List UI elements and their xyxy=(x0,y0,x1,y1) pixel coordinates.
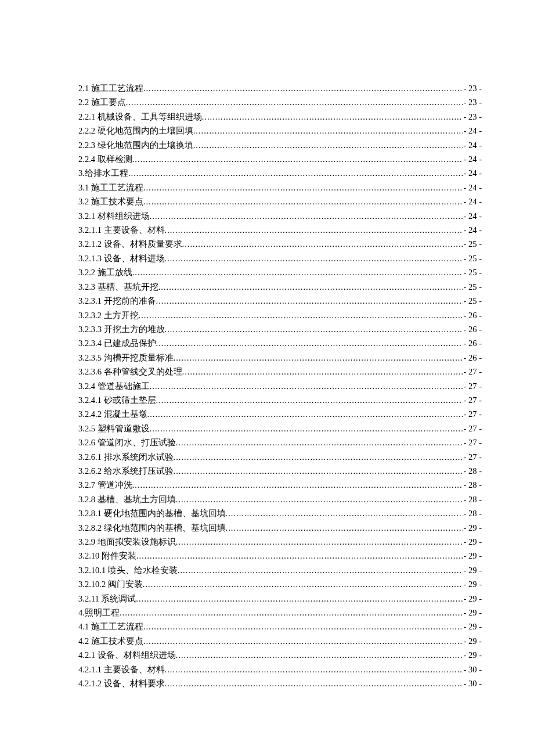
toc-entry: 3.2.10.2 阀门安装 - 29 - xyxy=(78,577,482,591)
toc-entry-title: 3.2.10 附件安装 xyxy=(78,549,136,563)
toc-leader-dots xyxy=(150,209,463,223)
toc-leader-dots xyxy=(136,592,462,606)
toc-entry-page: - 25 - xyxy=(463,251,482,265)
toc-entry-title: 2.2.2 硬化地范围内的土壤回填 xyxy=(78,124,193,138)
toc-entry-page: - 29 - xyxy=(463,634,482,648)
toc-entry: 2.2.2 硬化地范围内的土壤回填 - 24 - xyxy=(78,124,482,138)
toc-entry: 4.2 施工技术要点 - 29 - xyxy=(78,634,482,648)
toc-entry-title: 3.2.3.1 开挖前的准备 xyxy=(78,294,156,308)
toc-entry-page: - 27 - xyxy=(463,407,482,421)
toc-entry-title: 3.2.10.2 阀门安装 xyxy=(78,577,143,591)
toc-entry-page: - 24 - xyxy=(463,138,482,152)
toc-entry-title: 3.2.4 管道基础施工 xyxy=(78,379,150,393)
toc-entry-page: - 29 - xyxy=(463,606,482,620)
toc-entry: 2.2.3 绿化地范围内的土壤换填 - 24 - xyxy=(78,138,482,152)
toc-leader-dots xyxy=(165,663,463,676)
toc-leader-dots xyxy=(165,676,463,690)
toc-leader-dots xyxy=(143,620,463,633)
toc-leader-dots xyxy=(132,152,463,166)
toc-entry: 3.1 施工工艺流程 - 24 - xyxy=(78,181,482,195)
toc-entry: 3.给排水工程 - 24 - xyxy=(78,166,482,180)
toc-entry: 3.2.8.1 硬化地范围内的基槽、基坑回填 - 28 - xyxy=(78,506,482,520)
toc-entry: 3.2 施工技术要点 - 24 - xyxy=(78,195,482,208)
toc-entry-page: - 25 - xyxy=(463,280,482,294)
toc-entry-page: - 29 - xyxy=(463,577,482,591)
toc-leader-dots xyxy=(143,195,463,208)
toc-entry-page: - 29 - xyxy=(463,592,482,606)
toc-entry-title: 3.2.8.1 硬化地范围内的基槽、基坑回填 xyxy=(78,506,226,520)
toc-leader-dots xyxy=(174,464,463,478)
toc-entry: 4.2.1.2 设备、材料要求 - 30 - xyxy=(78,676,482,690)
toc-entry-page: - 27 - xyxy=(463,365,482,379)
toc-entry: 3.2.1.1 主要设备、材料 - 24 - xyxy=(78,223,482,237)
toc-leader-dots xyxy=(158,280,463,294)
toc-leader-dots xyxy=(139,308,463,322)
toc-leader-dots xyxy=(165,322,463,336)
toc-entry-title: 3.2.10.1 喷头、给水栓安装 xyxy=(78,563,178,577)
toc-entry: 2.2.4 取样检测 - 24 - xyxy=(78,152,482,166)
toc-entry: 3.2.3.3 开挖土方的堆放 - 26 - xyxy=(78,322,482,336)
toc-entry-title: 3.2.3.4 已建成品保护 xyxy=(78,336,156,350)
toc-entry-title: 4.2.1 设备、材料组织进场 xyxy=(78,648,176,662)
toc-entry-title: 3.2.6.2 给水系统打压试验 xyxy=(78,464,174,478)
toc-entry-page: - 29 - xyxy=(463,549,482,563)
toc-entry: 3.2.3.2 土方开挖 - 26 - xyxy=(78,308,482,322)
toc-entry-title: 3.2.3 基槽、基坑开挖 xyxy=(78,280,158,294)
toc-leader-dots xyxy=(165,223,463,237)
toc-entry-title: 4.照明工程 xyxy=(78,606,120,620)
toc-entry-title: 3.2.1.2 设备、材料质量要求 xyxy=(78,237,182,251)
toc-entry-title: 3.2.11 系统调试 xyxy=(78,592,136,606)
toc-leader-dots xyxy=(126,95,463,109)
toc-entry-title: 3.2.3.3 开挖土方的堆放 xyxy=(78,322,165,336)
toc-entry-title: 3.2 施工技术要点 xyxy=(78,195,143,208)
toc-entry-page: - 30 - xyxy=(463,663,482,676)
toc-entry-title: 4.2.1.2 设备、材料要求 xyxy=(78,676,165,690)
toc-leader-dots xyxy=(174,450,463,464)
toc-entry-title: 3.2.9 地面拟安装设施标识 xyxy=(78,535,176,549)
toc-entry-page: - 27 - xyxy=(463,450,482,464)
toc-entry-page: - 24 - xyxy=(463,195,482,208)
toc-entry-page: - 29 - xyxy=(463,535,482,549)
toc-entry-page: - 28 - xyxy=(463,492,482,506)
toc-entry-page: - 25 - xyxy=(463,265,482,279)
toc-entry-page: - 25 - xyxy=(463,294,482,308)
toc-leader-dots xyxy=(128,166,463,180)
toc-entry: 2.1 施工工艺流程- 23 - xyxy=(78,81,482,95)
toc-entry-page: - 24 - xyxy=(463,124,482,138)
toc-entry: 3.2.3.5 沟槽开挖质量标准 - 26 - xyxy=(78,351,482,365)
toc-entry-title: 4.2.1.1 主要设备、材料 xyxy=(78,663,165,676)
toc-leader-dots xyxy=(132,478,463,492)
toc-entry-title: 3.2.3.2 土方开挖 xyxy=(78,308,139,322)
toc-entry-page: - 28 - xyxy=(463,464,482,478)
toc-entry-page: - 28 - xyxy=(463,478,482,492)
toc-leader-dots xyxy=(165,251,463,265)
toc-entry-page: - 23 - xyxy=(463,110,482,124)
toc-leader-dots xyxy=(132,265,463,279)
toc-entry: 3.2.1.3 设备、材料进场 - 25 - xyxy=(78,251,482,265)
toc-entry-title: 2.2.3 绿化地范围内的土壤换填 xyxy=(78,138,193,152)
toc-entry: 3.2.3.4 已建成品保护 - 26 - xyxy=(78,336,482,350)
toc-entry: 3.2.1.2 设备、材料质量要求 - 25 - xyxy=(78,237,482,251)
toc-entry-page: - 25 - xyxy=(463,237,482,251)
toc-entry-page: - 24 - xyxy=(463,152,482,166)
toc-entry: 3.2.7 管道冲洗- 28 - xyxy=(78,478,482,492)
toc-leader-dots xyxy=(176,435,463,449)
toc-entry-page: - 24 - xyxy=(463,181,482,195)
toc-entry-title: 3.2.5 塑料管道敷设 xyxy=(78,422,150,435)
toc-entry-title: 3.2.1.3 设备、材料进场 xyxy=(78,251,165,265)
toc-leader-dots xyxy=(150,422,463,435)
toc-entry-title: 3.2.3.5 沟槽开挖质量标准 xyxy=(78,351,174,365)
toc-entry-page: - 27 - xyxy=(463,435,482,449)
toc-entry-page: - 30 - xyxy=(463,676,482,690)
toc-leader-dots xyxy=(143,81,463,95)
toc-entry-title: 3.2.8 基槽、基坑土方回填 xyxy=(78,492,176,506)
toc-entry: 3.2.2 施工放线 - 25 - xyxy=(78,265,482,279)
toc-entry-page: - 27 - xyxy=(463,379,482,393)
toc-entry: 3.2.1 材料组织进场 - 24 - xyxy=(78,209,482,223)
toc-entry-title: 3.2.6 管道闭水、打压试验 xyxy=(78,435,176,449)
toc-entry-title: 3.2.1 材料组织进场 xyxy=(78,209,150,223)
toc-entry-title: 3.2.8.2 绿化地范围内的基槽、基坑回填 xyxy=(78,521,226,535)
toc-entry: 2.2.1 机械设备、工具等组织进场- 23 - xyxy=(78,110,482,124)
toc-entry-page: - 26 - xyxy=(463,322,482,336)
toc-leader-dots xyxy=(174,351,463,365)
